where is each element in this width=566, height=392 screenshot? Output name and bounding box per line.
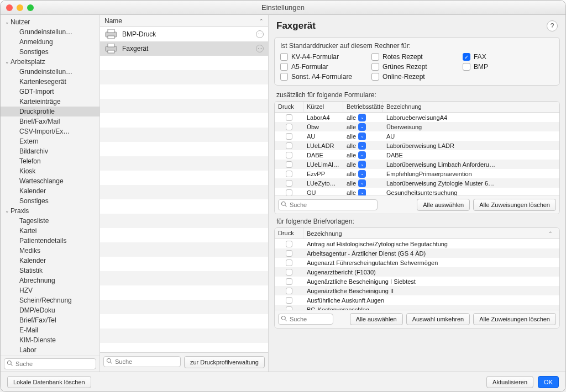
- profile-search-input[interactable]: [103, 356, 181, 367]
- sidebar-item[interactable]: Sonstiges: [1, 196, 99, 206]
- popup-arrow-icon[interactable]: ⌄: [358, 170, 366, 178]
- row-checkbox[interactable]: [286, 288, 292, 294]
- sidebar-group[interactable]: ⌄Arbeitsplatz: [1, 57, 99, 67]
- popup-arrow-icon[interactable]: ⌄: [358, 142, 366, 150]
- table-row[interactable]: Übwalle⌄Überweisung: [275, 122, 559, 131]
- table-row[interactable]: BG-Kostenvoranschlag: [275, 305, 559, 310]
- popup-arrow-icon[interactable]: ⌄: [358, 133, 366, 140]
- table-row[interactable]: Augenarzt Führerscheingutachten Sehvermö…: [275, 258, 559, 267]
- sidebar-item[interactable]: Druckprofile: [1, 107, 99, 116]
- sidebar-item[interactable]: Kartei: [1, 226, 99, 236]
- sidebar-item[interactable]: DMP/eDoku: [1, 305, 99, 315]
- list-header[interactable]: Name ⌃: [100, 15, 268, 27]
- row-checkbox[interactable]: [286, 180, 292, 187]
- letters-clear-button[interactable]: Alle Zuweisungen löschen: [473, 313, 556, 325]
- refresh-button[interactable]: Aktualisieren: [486, 376, 533, 388]
- row-checkbox[interactable]: [286, 241, 292, 247]
- col-kuerzel-header[interactable]: Kürzel: [303, 102, 343, 112]
- col-bez-header[interactable]: Bezeichnung⌃: [303, 228, 559, 239]
- default-printer-checkbox[interactable]: ✓FAX: [463, 53, 554, 61]
- sidebar-item[interactable]: Karteieinträge: [1, 97, 99, 107]
- popup-arrow-icon[interactable]: ⌄: [358, 151, 366, 159]
- default-printer-checkbox[interactable]: Rotes Rezept: [371, 53, 463, 61]
- row-checkbox[interactable]: [286, 133, 292, 140]
- table-row[interactable]: Augenärztliche Bescheinigung I Siebtest: [275, 277, 559, 286]
- info-badge-icon[interactable]: ⋯: [256, 45, 264, 52]
- sidebar-item[interactable]: Grundeinstellun…: [1, 67, 99, 77]
- table-row[interactable]: GUalle⌄Gesundheitsuntersuchung: [275, 188, 559, 195]
- profile-row[interactable]: BMP-Druck⋯: [100, 27, 268, 41]
- popup-arrow-icon[interactable]: ⌄: [358, 123, 366, 131]
- sidebar-item[interactable]: Brief/Fax/Mail: [1, 116, 99, 126]
- row-checkbox[interactable]: [286, 259, 292, 266]
- letters-select-all-button[interactable]: Alle auswählen: [350, 313, 403, 325]
- sidebar-item[interactable]: Kalender: [1, 256, 99, 266]
- sidebar-item[interactable]: KIM-Dienste: [1, 335, 99, 345]
- profile-list[interactable]: BMP-Druck⋯Faxgerät⋯: [100, 27, 268, 352]
- manage-profiles-button[interactable]: zur Druckprofilverwaltung: [184, 356, 265, 368]
- sidebar-item[interactable]: E-Mail: [1, 325, 99, 335]
- row-checkbox[interactable]: [286, 114, 292, 121]
- default-printer-checkbox[interactable]: BMP: [463, 63, 554, 71]
- sidebar-item[interactable]: Schein/Rechnung: [1, 295, 99, 305]
- row-checkbox[interactable]: [286, 171, 292, 177]
- table-row[interactable]: AUalle⌄AU: [275, 131, 559, 141]
- sidebar-item[interactable]: GDT-Import: [1, 87, 99, 97]
- profile-row[interactable]: Faxgerät⋯: [100, 41, 268, 56]
- col-druck-header[interactable]: Druck: [275, 228, 303, 239]
- row-checkbox[interactable]: [286, 124, 292, 130]
- sidebar-item[interactable]: Labor: [1, 345, 99, 355]
- row-checkbox[interactable]: [286, 269, 292, 276]
- default-printer-checkbox[interactable]: KV-A4-Formular: [280, 53, 371, 61]
- row-checkbox[interactable]: [286, 250, 292, 257]
- popup-arrow-icon[interactable]: ⌄: [358, 161, 366, 168]
- delete-local-db-button[interactable]: Lokale Datenbank löschen: [7, 376, 91, 388]
- sidebar-item[interactable]: Kalender: [1, 186, 99, 196]
- table-row[interactable]: LaborA4alle⌄LaborueberweisungA4: [275, 113, 559, 122]
- table-row[interactable]: DABEalle⌄DABE: [275, 150, 559, 160]
- sidebar-item[interactable]: Anmeldung: [1, 37, 99, 47]
- table-row[interactable]: Arbeitsagentur - Ärztlicher Dienst (GS 4…: [275, 248, 559, 258]
- row-checkbox[interactable]: [286, 189, 292, 196]
- sidebar-group[interactable]: ⌄Praxis: [1, 206, 99, 216]
- default-printer-checkbox[interactable]: A5-Formular: [280, 63, 371, 71]
- sidebar-item[interactable]: Sonstiges: [1, 47, 99, 57]
- row-checkbox[interactable]: [286, 297, 292, 304]
- forms-clear-button[interactable]: Alle Zuweisungen löschen: [473, 199, 556, 211]
- sidebar-item[interactable]: Bildarchiv: [1, 146, 99, 156]
- table-row[interactable]: LUeLimAl…alle⌄Laborüberweisung Limbach A…: [275, 160, 559, 169]
- row-checkbox[interactable]: [286, 152, 292, 158]
- sidebar-item[interactable]: Tagesliste: [1, 216, 99, 226]
- info-badge-icon[interactable]: ⋯: [256, 30, 264, 38]
- sidebar-item[interactable]: Grundeinstellun…: [1, 27, 99, 37]
- col-druck-header[interactable]: Druck: [275, 102, 303, 112]
- help-button[interactable]: ?: [547, 20, 558, 31]
- sidebar-group[interactable]: ⌄Nutzer: [1, 17, 99, 27]
- sidebar-item[interactable]: Kartenlesegerät: [1, 77, 99, 87]
- sidebar-item[interactable]: Patientendetails: [1, 236, 99, 246]
- popup-arrow-icon[interactable]: ⌄: [358, 179, 366, 187]
- letters-invert-button[interactable]: Auswahl umkehren: [406, 313, 470, 325]
- col-bs-header[interactable]: Betriebsstätte: [343, 102, 383, 112]
- default-printer-checkbox[interactable]: Grünes Rezept: [371, 63, 463, 71]
- default-printer-checkbox[interactable]: Sonst. A4-Formulare: [280, 73, 371, 81]
- row-checkbox[interactable]: [286, 161, 292, 168]
- table-row[interactable]: Ausführliche Auskunft Augen: [275, 295, 559, 305]
- col-bez-header[interactable]: Bezeichnung: [383, 102, 559, 112]
- sidebar-item[interactable]: Warteschlange: [1, 176, 99, 186]
- ok-button[interactable]: OK: [538, 376, 559, 388]
- forms-select-all-button[interactable]: Alle auswählen: [417, 199, 470, 211]
- popup-arrow-icon[interactable]: ⌄: [358, 114, 366, 121]
- row-checkbox[interactable]: [286, 278, 292, 285]
- sidebar-item[interactable]: Kiosk: [1, 166, 99, 176]
- sidebar-item[interactable]: CSV-Import/Ex…: [1, 126, 99, 136]
- table-row[interactable]: Augenarztbericht (F1030): [275, 267, 559, 277]
- sidebar-item[interactable]: Telefon: [1, 156, 99, 166]
- sidebar-item[interactable]: Brief/Fax/Tel: [1, 315, 99, 325]
- popup-arrow-icon[interactable]: ⌄: [358, 189, 366, 196]
- table-row[interactable]: Antrag auf Histologische/Zytologische Be…: [275, 239, 559, 248]
- table-row[interactable]: LUeLADRalle⌄Laborüberweisung LADR: [275, 141, 559, 150]
- sidebar-item[interactable]: HZV: [1, 285, 99, 295]
- sidebar-search-input[interactable]: [4, 358, 96, 369]
- table-row[interactable]: LUeZyto…alle⌄Laborüberweisung Zytologie …: [275, 178, 559, 188]
